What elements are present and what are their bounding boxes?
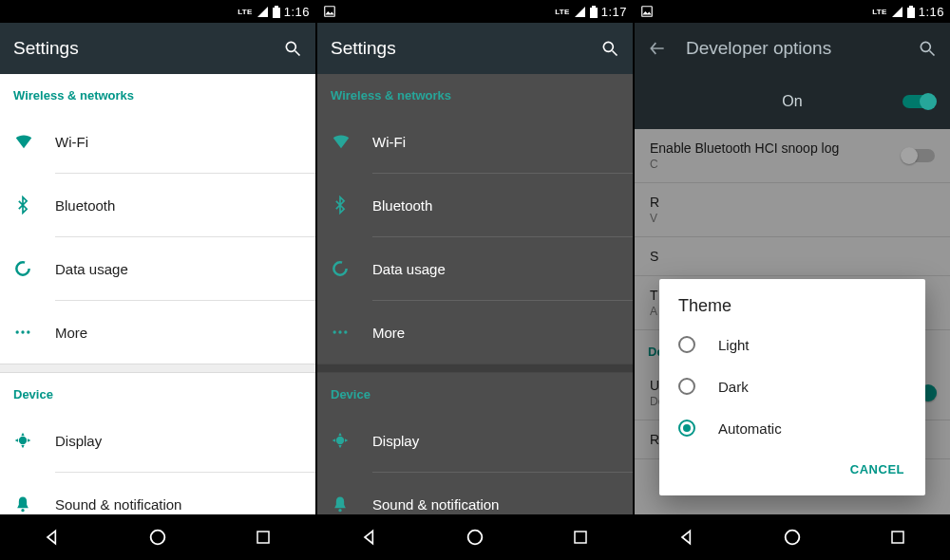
bluetooth-icon [331, 196, 350, 215]
settings-item-more[interactable]: More [317, 301, 633, 364]
settings-item-display[interactable]: Display [317, 409, 633, 472]
settings-item-sound[interactable]: Sound & notification [0, 473, 315, 514]
svg-rect-14 [592, 6, 596, 8]
settings-item-wifi[interactable]: Wi-Fi [317, 110, 633, 173]
svg-line-29 [930, 51, 935, 56]
svg-point-19 [338, 330, 341, 333]
nav-back[interactable] [660, 518, 713, 556]
lte-indicator: LTE [555, 8, 569, 16]
item-label: Display [372, 433, 419, 449]
settings-item-bluetooth[interactable]: Bluetooth [0, 174, 315, 236]
phone-light: LTE 1:16 Settings Wireless & networks Wi… [0, 0, 315, 560]
theme-option-dark[interactable]: Dark [659, 365, 925, 407]
svg-rect-11 [257, 532, 269, 543]
svg-point-28 [921, 42, 930, 51]
display-icon [13, 431, 32, 450]
settings-item-more[interactable]: More [0, 301, 315, 364]
settings-item-data-usage[interactable]: Data usage [0, 237, 315, 300]
svg-point-15 [603, 42, 613, 51]
theme-option-light[interactable]: Light [659, 324, 925, 365]
search-icon[interactable] [283, 39, 302, 58]
lte-indicator: LTE [872, 8, 886, 16]
more-icon [331, 323, 350, 342]
page-title: Settings [13, 38, 283, 59]
settings-item-bluetooth[interactable]: Bluetooth [317, 174, 633, 236]
svg-point-21 [336, 437, 344, 444]
lte-indicator: LTE [238, 8, 252, 16]
master-toggle-row: On [635, 74, 950, 129]
settings-body: Wireless & networks Wi-Fi Bluetooth Data… [0, 74, 315, 514]
svg-point-2 [286, 42, 295, 51]
bluetooth-icon [13, 196, 32, 215]
settings-item-display[interactable]: Display [0, 409, 315, 472]
section-title-wireless: Wireless & networks [0, 74, 315, 110]
master-toggle-label: On [650, 93, 902, 110]
svg-point-7 [27, 330, 29, 333]
svg-point-22 [338, 509, 341, 512]
nav-home[interactable] [131, 518, 184, 556]
app-bar: Settings [317, 23, 633, 74]
nav-back[interactable] [343, 518, 396, 556]
signal-icon [256, 6, 269, 18]
section-title-wireless: Wireless & networks [317, 74, 633, 110]
master-toggle[interactable] [902, 95, 935, 108]
wifi-icon [331, 131, 352, 152]
nav-home[interactable] [448, 518, 502, 556]
clock: 1:16 [919, 5, 944, 19]
nav-recents[interactable] [871, 518, 924, 556]
image-icon [640, 5, 654, 18]
theme-option-automatic[interactable]: Automatic [659, 407, 925, 449]
nav-back[interactable] [26, 518, 79, 556]
battery-icon [590, 6, 598, 18]
svg-line-16 [613, 51, 618, 56]
svg-point-17 [333, 262, 346, 274]
nav-bar [0, 514, 315, 560]
app-bar: Settings [0, 23, 315, 74]
svg-point-20 [344, 330, 347, 333]
cancel-button[interactable]: CANCEL [841, 455, 914, 484]
image-icon [323, 5, 336, 18]
svg-point-23 [468, 531, 483, 545]
svg-rect-26 [907, 8, 915, 18]
item-label: Sound & notification [55, 496, 181, 513]
nav-recents[interactable] [554, 518, 607, 556]
svg-point-5 [16, 330, 19, 333]
back-icon[interactable] [648, 39, 667, 58]
status-bar: LTE 1:16 [0, 0, 315, 23]
svg-point-8 [19, 437, 27, 444]
search-icon[interactable] [600, 39, 619, 58]
section-title-device: Device [0, 373, 315, 409]
settings-item-sound[interactable]: Sound & notification [317, 473, 633, 514]
radio-icon [678, 420, 695, 437]
settings-item-wifi[interactable]: Wi-Fi [0, 110, 315, 173]
svg-point-10 [151, 531, 165, 545]
sound-icon [13, 495, 32, 513]
battery-icon [273, 6, 280, 18]
nav-home[interactable] [766, 518, 819, 556]
radio-icon [678, 378, 695, 395]
nav-recents[interactable] [237, 518, 290, 556]
item-label: Bluetooth [372, 197, 432, 214]
item-label: More [55, 325, 87, 341]
settings-item-data-usage[interactable]: Data usage [317, 237, 633, 300]
phone-dev-options: LTE 1:16 Developer options On Enable Blu… [633, 0, 950, 560]
item-label: More [372, 325, 405, 341]
more-icon [13, 323, 32, 342]
data-usage-icon [331, 259, 350, 278]
radio-icon [678, 336, 695, 353]
clock: 1:16 [284, 5, 310, 19]
app-bar: Developer options [635, 23, 950, 74]
wifi-icon [13, 131, 34, 152]
settings-body: Wireless & networks Wi-Fi Bluetooth Data… [317, 74, 633, 514]
svg-rect-25 [642, 7, 653, 17]
item-label: Bluetooth [55, 197, 115, 214]
item-label: Data usage [372, 261, 446, 277]
svg-rect-0 [273, 8, 280, 18]
svg-point-4 [16, 262, 28, 274]
svg-point-9 [21, 509, 24, 512]
svg-rect-13 [590, 8, 598, 18]
item-label: Display [55, 433, 102, 449]
nav-bar [317, 514, 633, 560]
search-icon[interactable] [918, 39, 937, 58]
display-icon [331, 431, 350, 450]
